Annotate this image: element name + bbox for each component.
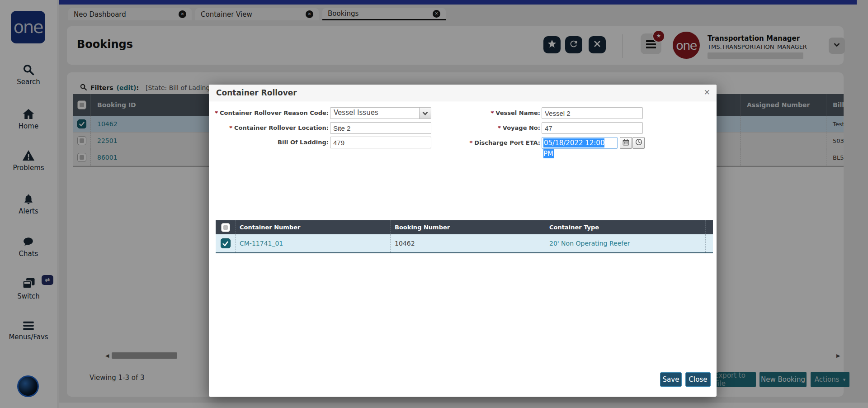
form-row-voyage-no: *Voyage No: bbox=[209, 122, 661, 134]
discharge-port-eta-input[interactable]: 05/18/2022 12:00 PM bbox=[542, 137, 618, 149]
field-label: Voyage No: bbox=[503, 124, 540, 131]
container-table-header: Container Number Booking Number Containe… bbox=[216, 220, 713, 234]
booking-number-cell: 10462 bbox=[395, 240, 415, 247]
column-header-booking-number[interactable]: Booking Number bbox=[390, 220, 545, 234]
field-label: Vessel Name: bbox=[495, 109, 540, 116]
container-number-link[interactable]: CM-11741_01 bbox=[240, 240, 283, 247]
save-button[interactable]: Save bbox=[660, 372, 682, 387]
button-label: Save bbox=[663, 375, 679, 384]
selected-date-text: 05/18/2022 12:00 PM bbox=[543, 138, 604, 158]
row-spacer bbox=[705, 234, 714, 252]
calendar-picker-button[interactable] bbox=[620, 137, 632, 149]
field-label: Discharge Port ETA: bbox=[474, 139, 540, 146]
modal-header: Container Rollover ✕ bbox=[209, 85, 717, 101]
container-table: Container Number Booking Number Containe… bbox=[216, 220, 713, 253]
column-header-container-type[interactable]: Container Type bbox=[545, 220, 705, 234]
form-row-vessel-name: *Vessel Name: bbox=[209, 107, 661, 119]
close-button[interactable]: Close bbox=[685, 372, 711, 387]
button-label: Close bbox=[689, 375, 708, 384]
app-root: one Search Home Problems Alerts bbox=[0, 0, 868, 408]
close-icon[interactable]: ✕ bbox=[704, 88, 710, 97]
calendar-icon bbox=[623, 139, 629, 147]
clock-icon bbox=[635, 138, 642, 147]
form-row-discharge-port-eta: *Discharge Port ETA: 05/18/2022 12:00 PM bbox=[209, 137, 661, 149]
column-header-container-number[interactable]: Container Number bbox=[235, 220, 390, 234]
row-checkbox[interactable] bbox=[221, 238, 231, 248]
container-type-link[interactable]: 20' Non Operating Reefer bbox=[549, 240, 630, 247]
vessel-name-input[interactable] bbox=[542, 107, 643, 119]
table-row[interactable]: CM-11741_01 10462 20' Non Operating Reef… bbox=[216, 234, 713, 253]
voyage-no-input[interactable] bbox=[542, 122, 643, 134]
time-picker-button[interactable] bbox=[632, 137, 645, 149]
column-header-spacer bbox=[705, 220, 714, 234]
select-all-checkbox[interactable] bbox=[221, 223, 230, 232]
select-all-cell bbox=[216, 220, 235, 234]
row-checkbox-cell bbox=[216, 234, 235, 252]
container-rollover-modal: Container Rollover ✕ *Container Rollover… bbox=[209, 85, 717, 397]
modal-title: Container Rollover bbox=[216, 88, 297, 97]
